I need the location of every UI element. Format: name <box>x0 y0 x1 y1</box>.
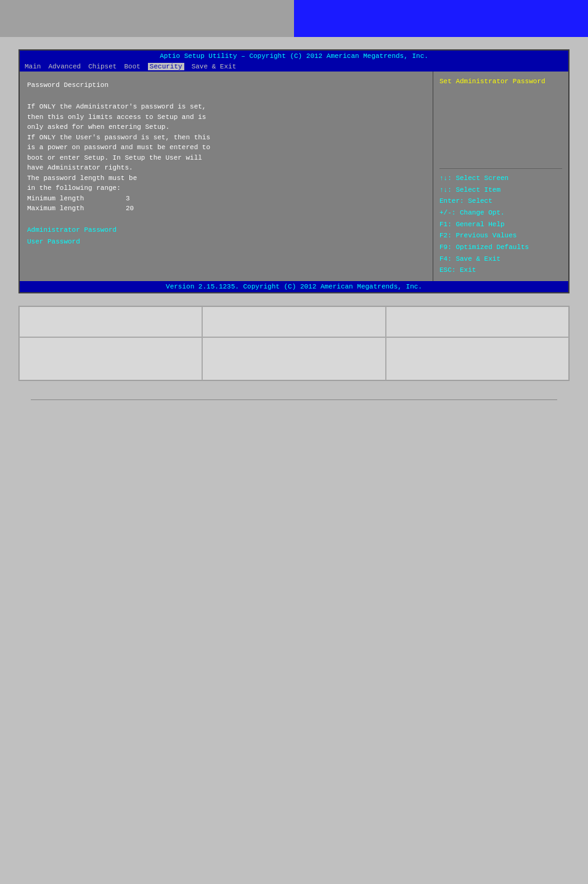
help-f4: F4: Save & Exit <box>439 253 562 265</box>
help-f2: F2: Previous Values <box>439 230 562 242</box>
bios-left-panel: Password Description If ONLY the Adminis… <box>20 72 433 281</box>
main-content: Aptio Setup Utility – Copyright (C) 2012… <box>0 37 588 431</box>
max-label: Maximum length <box>27 203 126 214</box>
desc-line-2: then this only limits access to Setup an… <box>27 112 425 123</box>
help-f1: F1: General Help <box>439 219 562 231</box>
bios-screen: Aptio Setup Utility – Copyright (C) 2012… <box>18 49 570 293</box>
bios-title-text: Aptio Setup Utility – Copyright (C) 2012… <box>160 52 428 60</box>
desc-line-9: in the following range: <box>27 183 425 194</box>
desc-line-7: have Administrator rights. <box>27 163 425 173</box>
help-select-item: ↑↓: Select Item <box>439 184 562 196</box>
min-label: Minimum length <box>27 194 126 204</box>
description-text: If ONLY the Administrator's password is … <box>27 102 425 194</box>
desc-line-1: If ONLY the Administrator's password is … <box>27 102 425 112</box>
bios-menu-bar[interactable]: Main Advanced Chipset Boot Security Save… <box>20 62 568 72</box>
set-admin-password-label: Set Administrator Password <box>439 76 562 169</box>
help-change-opt: +/-: Change Opt. <box>439 207 562 219</box>
table-cell-1-2 <box>386 337 569 380</box>
min-length-row: Minimum length 3 <box>27 194 425 204</box>
bios-title-bar: Aptio Setup Utility – Copyright (C) 2012… <box>20 51 568 62</box>
help-select-screen: ↑↓: Select Screen <box>439 173 562 184</box>
page-divider <box>31 399 557 400</box>
bios-right-panel: Set Administrator Password ↑↓: Select Sc… <box>433 72 568 281</box>
admin-password-item[interactable]: Administrator Password <box>27 225 425 235</box>
bios-footer: Version 2.15.1235. Copyright (C) 2012 Am… <box>20 281 568 292</box>
desc-line-4: If ONLY the User's password is set, then… <box>27 133 425 143</box>
table-cell-0-1 <box>202 306 385 337</box>
top-header <box>0 0 588 37</box>
bios-help-text: ↑↓: Select Screen ↑↓: Select Item Enter:… <box>439 169 562 276</box>
bottom-table <box>18 306 570 381</box>
table-cell-0-0 <box>19 306 202 337</box>
desc-line-8: The password length must be <box>27 173 425 184</box>
menu-boot[interactable]: Boot <box>124 63 140 70</box>
desc-line-3: only asked for when entering Setup. <box>27 122 425 133</box>
menu-security[interactable]: Security <box>148 63 184 70</box>
header-right <box>294 0 588 37</box>
user-password-item[interactable]: User Password <box>27 237 425 247</box>
menu-main[interactable]: Main <box>25 63 41 70</box>
help-f9: F9: Optimized Defaults <box>439 242 562 253</box>
max-value: 20 <box>126 203 134 214</box>
table-cell-0-2 <box>386 306 569 337</box>
bios-body: Password Description If ONLY the Adminis… <box>20 72 568 281</box>
password-description-label: Password Description <box>27 80 425 91</box>
menu-save-exit[interactable]: Save & Exit <box>192 63 237 70</box>
table-cell-1-0 <box>19 337 202 380</box>
menu-chipset[interactable]: Chipset <box>88 63 116 70</box>
help-enter: Enter: Select <box>439 195 562 207</box>
header-left <box>0 0 294 37</box>
help-esc: ESC: Exit <box>439 264 562 276</box>
table-cell-1-1 <box>202 337 385 380</box>
bios-footer-text: Version 2.15.1235. Copyright (C) 2012 Am… <box>166 283 422 290</box>
desc-line-6: boot or enter Setup. In Setup the User w… <box>27 153 425 163</box>
max-length-row: Maximum length 20 <box>27 203 425 214</box>
desc-line-5: is a power on password and must be enter… <box>27 142 425 153</box>
menu-advanced[interactable]: Advanced <box>48 63 81 70</box>
min-value: 3 <box>126 194 130 204</box>
